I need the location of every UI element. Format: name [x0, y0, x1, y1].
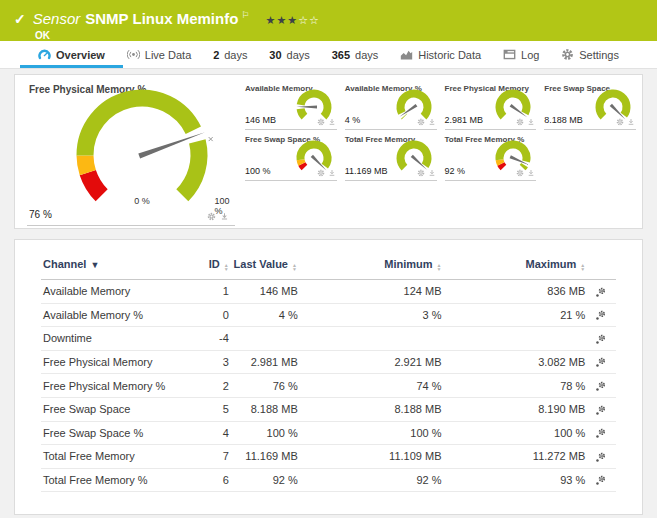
stars-empty[interactable]: ☆☆ [298, 14, 320, 26]
mini-gauge-value: 8.188 MB [544, 115, 583, 125]
channel-settings-icon[interactable] [595, 334, 606, 345]
tab-live-data[interactable]: Live Data [125, 41, 193, 68]
column-header-last-value[interactable]: Last Value▲▼ [231, 256, 300, 280]
download-icon[interactable] [328, 118, 336, 126]
main-gauge-value: 76 % [29, 209, 52, 220]
overview-content: Free Physical Memory % 0 % 100 % 76 % Av… [0, 69, 657, 515]
tab-historic-data[interactable]: Historic Data [398, 41, 483, 68]
channel-minimum [300, 327, 444, 351]
priority-flag-icon[interactable]: ⚐ [241, 10, 249, 20]
gear-icon[interactable] [616, 118, 624, 126]
channel-settings-icon[interactable] [595, 405, 606, 416]
table-row: Downtime-4 [41, 327, 616, 351]
tab-365-days[interactable]: 365 days [330, 41, 381, 68]
channel-name[interactable]: Free Swap Space % [41, 421, 185, 445]
channel-name[interactable]: Free Physical Memory % [41, 374, 185, 398]
tab-2-days[interactable]: 2 days [211, 41, 249, 68]
main-gauge-panel: Free Physical Memory % 0 % 100 % 76 % [21, 79, 237, 226]
channel-maximum: 11.272 MB [444, 445, 588, 469]
gauge-chart [57, 75, 227, 215]
channel-name[interactable]: Free Physical Memory [41, 350, 185, 374]
divider [445, 180, 537, 181]
download-icon[interactable] [627, 118, 635, 126]
mini-gauge-actions [516, 169, 535, 177]
channel-name[interactable]: Available Memory [41, 280, 185, 304]
download-icon[interactable] [328, 169, 336, 177]
channel-id: 2 [185, 374, 231, 398]
channel-settings-icon[interactable] [595, 310, 606, 321]
channel-minimum: 3 % [300, 303, 444, 327]
sort-icon: ▲▼ [580, 263, 585, 271]
gear-icon[interactable] [317, 118, 325, 126]
status-ok-check-icon: ✓ [14, 11, 26, 27]
tab-label: Historic Data [418, 49, 481, 61]
tab-settings[interactable]: Settings [559, 41, 621, 68]
column-header-id[interactable]: ID▲▼ [185, 256, 231, 280]
channel-settings-icon[interactable] [595, 381, 606, 392]
table-row: Available Memory %04 %3 %21 % [41, 303, 616, 327]
tab-overview[interactable]: Overview [36, 41, 107, 68]
channel-name[interactable]: Free Swap Space [41, 397, 185, 421]
tab-label: Log [521, 49, 539, 61]
download-icon[interactable] [527, 169, 535, 177]
channel-name[interactable]: Downtime [41, 327, 185, 351]
sort-icon: ▲▼ [292, 263, 297, 271]
channel-settings-icon[interactable] [595, 357, 606, 368]
channel-maximum [444, 327, 588, 351]
gear-icon[interactable] [417, 169, 425, 177]
channel-name[interactable]: Total Free Memory % [41, 468, 185, 492]
tab-30-days[interactable]: 30 days [267, 41, 312, 68]
channel-settings-icon[interactable] [595, 287, 606, 298]
download-icon[interactable] [220, 212, 229, 221]
tab-number: 30 [269, 49, 281, 61]
download-icon[interactable] [428, 169, 436, 177]
column-header-minimum[interactable]: Minimum▲▼ [300, 256, 444, 280]
channel-name[interactable]: Total Free Memory [41, 445, 185, 469]
column-header-maximum[interactable]: Maximum▲▼ [444, 256, 588, 280]
channel-last-value: 146 MB [231, 280, 300, 304]
channel-settings-icon[interactable] [595, 452, 606, 463]
channel-settings-icon[interactable] [595, 428, 606, 439]
gear-icon [561, 48, 574, 61]
channel-minimum: 124 MB [300, 280, 444, 304]
tab-label: days [224, 49, 247, 61]
table-row: Free Swap Space58.188 MB8.188 MB8.190 MB [41, 397, 616, 421]
tab-log[interactable]: Log [501, 41, 541, 68]
broadcast-icon [127, 48, 140, 61]
gear-icon[interactable] [516, 118, 524, 126]
stars-filled[interactable]: ★★★ [266, 14, 299, 26]
divider [27, 225, 235, 226]
table-row: Free Swap Space %4100 %100 %100 % [41, 421, 616, 445]
priority-stars[interactable]: ★★★☆☆ [266, 14, 320, 26]
channel-last-value: 92 % [231, 468, 300, 492]
channel-maximum: 836 MB [444, 280, 588, 304]
mini-gauge-value: 92 % [445, 166, 466, 176]
channel-minimum: 2.921 MB [300, 350, 444, 374]
mini-gauge-actions [317, 169, 336, 177]
channels-card: Channel▼ ID▲▼ Last Value▲▼ Minimum▲▼ Max… [14, 239, 643, 515]
tab-label: Live Data [145, 49, 191, 61]
tab-number: 2 [213, 49, 219, 61]
gear-icon[interactable] [417, 118, 425, 126]
gear-icon[interactable] [207, 212, 216, 221]
channel-maximum: 93 % [444, 468, 588, 492]
table-row: Available Memory1146 MB124 MB836 MB [41, 280, 616, 304]
mini-gauges-grid: Available Memory146 MBAvailable Memory %… [243, 77, 638, 226]
gear-icon[interactable] [317, 169, 325, 177]
channel-id: -4 [185, 327, 231, 351]
mini-gauge-panel: Free Swap Space8.188 MB [544, 81, 636, 130]
log-window-icon [503, 48, 516, 61]
channel-maximum: 21 % [444, 303, 588, 327]
sort-icon: ▲▼ [437, 263, 442, 271]
column-header-channel[interactable]: Channel▼ [41, 256, 185, 280]
channel-last-value [231, 327, 300, 351]
download-icon[interactable] [527, 118, 535, 126]
mini-gauge-value: 100 % [245, 166, 271, 176]
gear-icon[interactable] [516, 169, 524, 177]
table-row: Total Free Memory711.169 MB11.109 MB11.2… [41, 445, 616, 469]
channel-settings-icon[interactable] [595, 475, 606, 486]
download-icon[interactable] [428, 118, 436, 126]
chart-icon [400, 48, 413, 61]
tab-label: Settings [579, 49, 619, 61]
channel-name[interactable]: Available Memory % [41, 303, 185, 327]
